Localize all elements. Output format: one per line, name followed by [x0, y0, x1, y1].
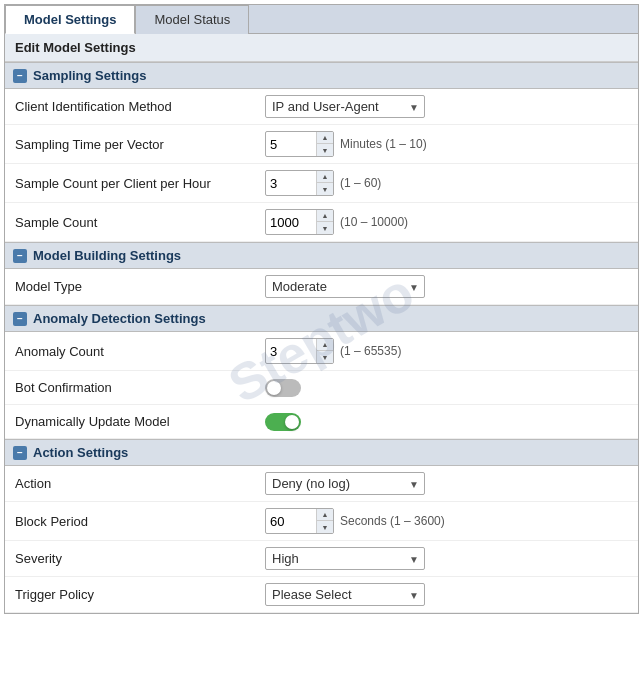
collapse-action-icon[interactable]: −	[13, 446, 27, 460]
hint-block-period: Seconds (1 – 3600)	[340, 514, 445, 528]
label-sampling-time: Sampling Time per Vector	[15, 137, 265, 152]
spinner-btns-sampling-time: ▲ ▼	[316, 132, 333, 156]
label-anomaly-count: Anomaly Count	[15, 344, 265, 359]
spinner-up-anomaly-count[interactable]: ▲	[317, 339, 333, 351]
control-client-id-method: IP and User-Agent IP Only User-Agent Onl…	[265, 95, 628, 118]
control-sampling-time: ▲ ▼ Minutes (1 – 10)	[265, 131, 628, 157]
section-action-title: Action Settings	[33, 445, 128, 460]
input-sample-count[interactable]	[266, 212, 316, 233]
select-model-type[interactable]: Moderate Strict Lenient	[265, 275, 425, 298]
tab-model-settings[interactable]: Model Settings	[5, 5, 135, 34]
spinner-btns-sample-count: ▲ ▼	[316, 210, 333, 234]
input-anomaly-count[interactable]	[266, 341, 316, 362]
label-bot-confirmation: Bot Confirmation	[15, 380, 265, 395]
row-severity: Severity High Medium Low Critical ▼	[5, 541, 638, 577]
spinner-down-anomaly-count[interactable]: ▼	[317, 351, 333, 363]
spinner-sampling-time: ▲ ▼	[265, 131, 334, 157]
label-action: Action	[15, 476, 265, 491]
spinner-btns-sample-count-per-client: ▲ ▼	[316, 171, 333, 195]
hint-sample-count: (10 – 10000)	[340, 215, 408, 229]
label-model-type: Model Type	[15, 279, 265, 294]
collapse-sampling-icon[interactable]: −	[13, 69, 27, 83]
collapse-anomaly-icon[interactable]: −	[13, 312, 27, 326]
spinner-btns-anomaly-count: ▲ ▼	[316, 339, 333, 363]
row-sampling-time: Sampling Time per Vector ▲ ▼ Minutes (1 …	[5, 125, 638, 164]
input-sample-count-per-client[interactable]	[266, 173, 316, 194]
spinner-sample-count: ▲ ▼	[265, 209, 334, 235]
row-dynamically-update: Dynamically Update Model	[5, 405, 638, 439]
control-sample-count: ▲ ▼ (10 – 10000)	[265, 209, 628, 235]
control-block-period: ▲ ▼ Seconds (1 – 3600)	[265, 508, 628, 534]
spinner-down-sample-count-per-client[interactable]: ▼	[317, 183, 333, 195]
select-severity[interactable]: High Medium Low Critical	[265, 547, 425, 570]
row-bot-confirmation: Bot Confirmation	[5, 371, 638, 405]
section-anomaly: − Anomaly Detection Settings	[5, 305, 638, 332]
section-model-building-title: Model Building Settings	[33, 248, 181, 263]
spinner-up-block-period[interactable]: ▲	[317, 509, 333, 521]
row-client-id-method: Client Identification Method IP and User…	[5, 89, 638, 125]
control-dynamically-update	[265, 413, 628, 431]
section-action: − Action Settings	[5, 439, 638, 466]
spinner-btns-block-period: ▲ ▼	[316, 509, 333, 533]
collapse-model-building-icon[interactable]: −	[13, 249, 27, 263]
row-trigger-policy: Trigger Policy Please Select ▼	[5, 577, 638, 613]
row-anomaly-count: Anomaly Count ▲ ▼ (1 – 65535)	[5, 332, 638, 371]
control-anomaly-count: ▲ ▼ (1 – 65535)	[265, 338, 628, 364]
spinner-down-block-period[interactable]: ▼	[317, 521, 333, 533]
spinner-down-sample-count[interactable]: ▼	[317, 222, 333, 234]
label-client-id-method: Client Identification Method	[15, 99, 265, 114]
label-dynamically-update: Dynamically Update Model	[15, 414, 265, 429]
row-model-type: Model Type Moderate Strict Lenient ▼	[5, 269, 638, 305]
control-action: Deny (no log) Deny (log) Allow Monitor ▼	[265, 472, 628, 495]
row-action: Action Deny (no log) Deny (log) Allow Mo…	[5, 466, 638, 502]
spinner-up-sampling-time[interactable]: ▲	[317, 132, 333, 144]
hint-sample-count-per-client: (1 – 60)	[340, 176, 381, 190]
control-bot-confirmation	[265, 379, 628, 397]
spinner-anomaly-count: ▲ ▼	[265, 338, 334, 364]
label-trigger-policy: Trigger Policy	[15, 587, 265, 602]
toggle-track-bot-confirmation	[265, 379, 301, 397]
toggle-track-dynamically-update	[265, 413, 301, 431]
tab-bar: Model Settings Model Status	[5, 5, 638, 34]
select-wrap-trigger-policy: Please Select ▼	[265, 583, 425, 606]
label-severity: Severity	[15, 551, 265, 566]
row-sample-count: Sample Count ▲ ▼ (10 – 10000)	[5, 203, 638, 242]
toggle-thumb-dynamically-update	[285, 415, 299, 429]
control-sample-count-per-client: ▲ ▼ (1 – 60)	[265, 170, 628, 196]
control-model-type: Moderate Strict Lenient ▼	[265, 275, 628, 298]
select-wrap-model-type: Moderate Strict Lenient ▼	[265, 275, 425, 298]
label-sample-count-per-client: Sample Count per Client per Hour	[15, 176, 265, 191]
control-severity: High Medium Low Critical ▼	[265, 547, 628, 570]
spinner-sample-count-per-client: ▲ ▼	[265, 170, 334, 196]
hint-anomaly-count: (1 – 65535)	[340, 344, 401, 358]
tab-model-status[interactable]: Model Status	[135, 5, 249, 34]
toggle-dynamically-update[interactable]	[265, 413, 301, 431]
label-sample-count: Sample Count	[15, 215, 265, 230]
section-sampling: − Sampling Settings	[5, 62, 638, 89]
select-trigger-policy[interactable]: Please Select	[265, 583, 425, 606]
toggle-bot-confirmation[interactable]	[265, 379, 301, 397]
spinner-up-sample-count[interactable]: ▲	[317, 210, 333, 222]
select-wrap-severity: High Medium Low Critical ▼	[265, 547, 425, 570]
select-wrap-client-id: IP and User-Agent IP Only User-Agent Onl…	[265, 95, 425, 118]
section-anomaly-title: Anomaly Detection Settings	[33, 311, 206, 326]
row-block-period: Block Period ▲ ▼ Seconds (1 – 3600)	[5, 502, 638, 541]
input-sampling-time[interactable]	[266, 134, 316, 155]
edit-header: Edit Model Settings	[5, 34, 638, 62]
hint-sampling-time: Minutes (1 – 10)	[340, 137, 427, 151]
row-sample-count-per-client: Sample Count per Client per Hour ▲ ▼ (1 …	[5, 164, 638, 203]
toggle-thumb-bot-confirmation	[267, 381, 281, 395]
spinner-up-sample-count-per-client[interactable]: ▲	[317, 171, 333, 183]
input-block-period[interactable]	[266, 511, 316, 532]
label-block-period: Block Period	[15, 514, 265, 529]
section-model-building: − Model Building Settings	[5, 242, 638, 269]
spinner-block-period: ▲ ▼	[265, 508, 334, 534]
select-wrap-action: Deny (no log) Deny (log) Allow Monitor ▼	[265, 472, 425, 495]
select-client-id-method[interactable]: IP and User-Agent IP Only User-Agent Onl…	[265, 95, 425, 118]
spinner-down-sampling-time[interactable]: ▼	[317, 144, 333, 156]
section-sampling-title: Sampling Settings	[33, 68, 146, 83]
select-action[interactable]: Deny (no log) Deny (log) Allow Monitor	[265, 472, 425, 495]
control-trigger-policy: Please Select ▼	[265, 583, 628, 606]
